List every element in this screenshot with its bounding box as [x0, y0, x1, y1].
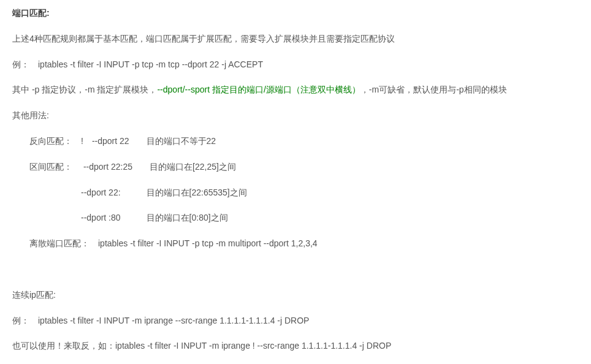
- paragraph-multiport: 离散端口匹配： iptables -t filter -I INPUT -p t…: [12, 237, 579, 251]
- paragraph-explain: 其中 -p 指定协议，-m 指定扩展模块，--dport/--sport 指定目…: [12, 83, 579, 97]
- paragraph-spacer: [12, 262, 579, 277]
- heading-iprange: 连续ip匹配:: [12, 288, 579, 303]
- text-explain-c: ，-m可缺省，默认使用与-p相同的模块: [360, 85, 507, 94]
- paragraph-iprange-example: 例： iptables -t filter -I INPUT -m iprang…: [12, 314, 579, 328]
- paragraph-range-open-start: --dport :80 目的端口在[0:80]之间: [12, 211, 579, 226]
- paragraph-reverse-match: 反向匹配： ! --dport 22 目的端口不等于22: [12, 134, 579, 149]
- heading-port-match: 端口匹配:: [12, 6, 579, 21]
- paragraph-iprange-negate: 也可以使用！来取反，如：iptables -t filter -I INPUT …: [12, 339, 579, 354]
- paragraph-range-open-end: --dport 22: 目的端口在[22:65535]之间: [12, 186, 579, 200]
- paragraph-range-match: 区间匹配： --dport 22:25 目的端口在[22,25]之间: [12, 160, 579, 175]
- paragraph-example-iptables: 例： iptables -t filter -I INPUT -p tcp -m…: [12, 58, 579, 72]
- paragraph-other-usage-heading: 其他用法:: [12, 108, 579, 123]
- text-explain-a: 其中 -p 指定协议，-m 指定扩展模块，: [12, 85, 157, 94]
- paragraph-basic-match-intro: 上述4种匹配规则都属于基本匹配，端口匹配属于扩展匹配，需要导入扩展模块并且需要指…: [12, 32, 579, 47]
- text-explain-green: --dport/--sport 指定目的端口/源端口（注意双中横线）: [157, 85, 360, 94]
